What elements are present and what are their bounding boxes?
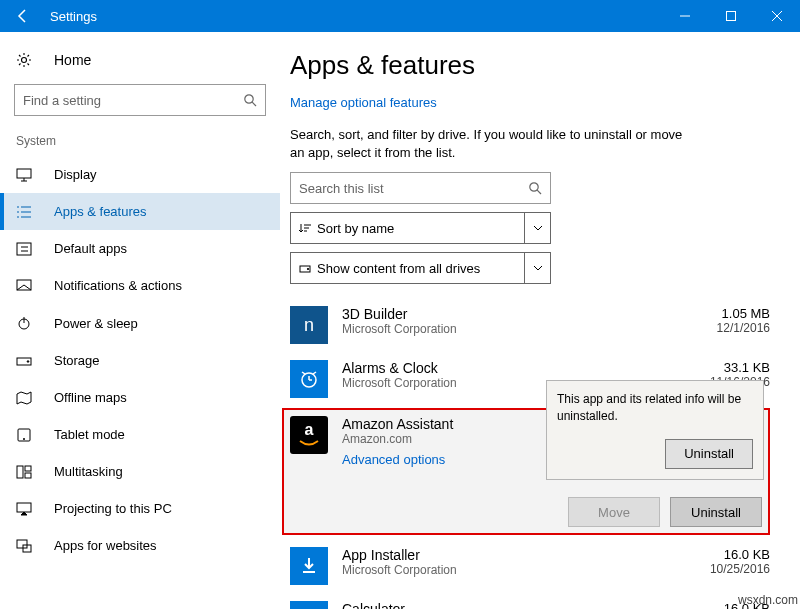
svg-line-6 [252, 102, 256, 106]
search-input[interactable]: Find a setting [14, 84, 266, 116]
svg-point-23 [27, 360, 29, 362]
sidebar-item-default-apps[interactable]: Default apps [0, 230, 280, 267]
app-date: 12/1/2016 [717, 321, 770, 335]
home-label: Home [54, 52, 91, 68]
power-icon [16, 315, 34, 331]
app-row[interactable]: Calculator Microsoft Corporation 16.0 KB… [290, 593, 770, 609]
svg-rect-30 [17, 540, 27, 548]
sidebar-item-notifications[interactable]: Notifications & actions [0, 267, 280, 304]
svg-point-39 [307, 269, 308, 270]
nav-label: Display [54, 167, 97, 182]
svg-point-32 [530, 183, 538, 191]
uninstall-confirm-button[interactable]: Uninstall [665, 439, 753, 469]
page-description: Search, sort, and filter by drive. If yo… [290, 126, 700, 162]
drive-icon [299, 262, 311, 274]
sidebar-item-multitasking[interactable]: Multitasking [0, 453, 280, 490]
svg-point-25 [23, 438, 24, 439]
app-icon [290, 601, 328, 609]
drive-filter-dropdown[interactable]: Show content from all drives [290, 252, 551, 284]
close-button[interactable] [754, 0, 800, 32]
svg-rect-29 [17, 503, 31, 512]
search-icon [243, 93, 257, 107]
app-name: App Installer [342, 547, 710, 563]
svg-rect-28 [25, 473, 31, 478]
drive-label: Show content from all drives [317, 261, 480, 276]
window-title: Settings [50, 9, 97, 24]
svg-line-44 [313, 372, 316, 374]
app-row[interactable]: App Installer Microsoft Corporation 16.0… [290, 539, 770, 593]
nav-label: Storage [54, 353, 100, 368]
multitasking-icon [16, 465, 34, 479]
nav-label: Default apps [54, 241, 127, 256]
sidebar-item-projecting[interactable]: Projecting to this PC [0, 490, 280, 527]
apps-web-icon [16, 539, 34, 553]
sort-dropdown[interactable]: Sort by name [290, 212, 551, 244]
sidebar-item-storage[interactable]: Storage [0, 342, 280, 379]
nav-label: Projecting to this PC [54, 501, 172, 516]
app-icon: n [290, 306, 328, 344]
svg-rect-16 [17, 243, 31, 255]
sidebar-item-offline-maps[interactable]: Offline maps [0, 379, 280, 416]
svg-rect-7 [17, 169, 31, 178]
sidebar: Home Find a setting System Display Apps … [0, 32, 280, 609]
app-publisher: Microsoft Corporation [342, 322, 717, 336]
sidebar-item-power-sleep[interactable]: Power & sleep [0, 304, 280, 342]
app-row[interactable]: n 3D Builder Microsoft Corporation 1.05 … [290, 298, 770, 352]
sidebar-item-display[interactable]: Display [0, 156, 280, 193]
list-icon [16, 205, 34, 219]
titlebar: Settings [0, 0, 800, 32]
sort-icon [299, 222, 311, 234]
app-icon [290, 547, 328, 585]
svg-point-5 [245, 95, 253, 103]
app-publisher: Microsoft Corporation [342, 563, 710, 577]
flyout-text: This app and its related info will be un… [557, 391, 753, 425]
search-icon [528, 181, 542, 195]
svg-line-33 [537, 191, 541, 195]
move-button: Move [568, 497, 660, 527]
app-search-input[interactable]: Search this list [290, 172, 551, 204]
svg-line-43 [302, 372, 305, 374]
nav-label: Apps for websites [54, 538, 157, 553]
project-icon [16, 502, 34, 516]
defaults-icon [16, 242, 34, 256]
app-icon: a [290, 416, 328, 454]
nav-label: Notifications & actions [54, 278, 182, 293]
svg-rect-1 [727, 12, 736, 21]
section-label: System [0, 130, 280, 156]
app-search-placeholder: Search this list [299, 181, 528, 196]
app-size: 1.05 MB [717, 306, 770, 321]
sidebar-item-apps-websites[interactable]: Apps for websites [0, 527, 280, 564]
nav-label: Offline maps [54, 390, 127, 405]
nav-label: Tablet mode [54, 427, 125, 442]
svg-rect-27 [25, 466, 31, 471]
storage-icon [16, 354, 34, 368]
watermark: wsxdn.com [738, 593, 798, 607]
maps-icon [16, 391, 34, 405]
manage-optional-features-link[interactable]: Manage optional features [290, 95, 770, 110]
app-size: 16.0 KB [710, 547, 770, 562]
home-button[interactable]: Home [0, 44, 280, 76]
notifications-icon [16, 279, 34, 293]
nav-label: Power & sleep [54, 316, 138, 331]
nav-label: Apps & features [54, 204, 147, 219]
uninstall-confirm-flyout: This app and its related info will be un… [546, 380, 764, 480]
display-icon [16, 168, 34, 182]
minimize-button[interactable] [662, 0, 708, 32]
sidebar-item-tablet-mode[interactable]: Tablet mode [0, 416, 280, 453]
chevron-down-icon[interactable] [524, 253, 550, 283]
uninstall-button[interactable]: Uninstall [670, 497, 762, 527]
search-placeholder: Find a setting [23, 93, 243, 108]
chevron-down-icon[interactable] [524, 213, 550, 243]
main-panel: Apps & features Manage optional features… [280, 32, 800, 609]
gear-icon [16, 52, 34, 68]
page-title: Apps & features [290, 50, 770, 81]
nav-label: Multitasking [54, 464, 123, 479]
back-button[interactable] [0, 0, 46, 32]
tablet-icon [16, 428, 34, 442]
sort-label: Sort by name [317, 221, 394, 236]
app-name: 3D Builder [342, 306, 717, 322]
maximize-button[interactable] [708, 0, 754, 32]
app-icon [290, 360, 328, 398]
svg-rect-26 [17, 466, 23, 478]
sidebar-item-apps-features[interactable]: Apps & features [0, 193, 280, 230]
